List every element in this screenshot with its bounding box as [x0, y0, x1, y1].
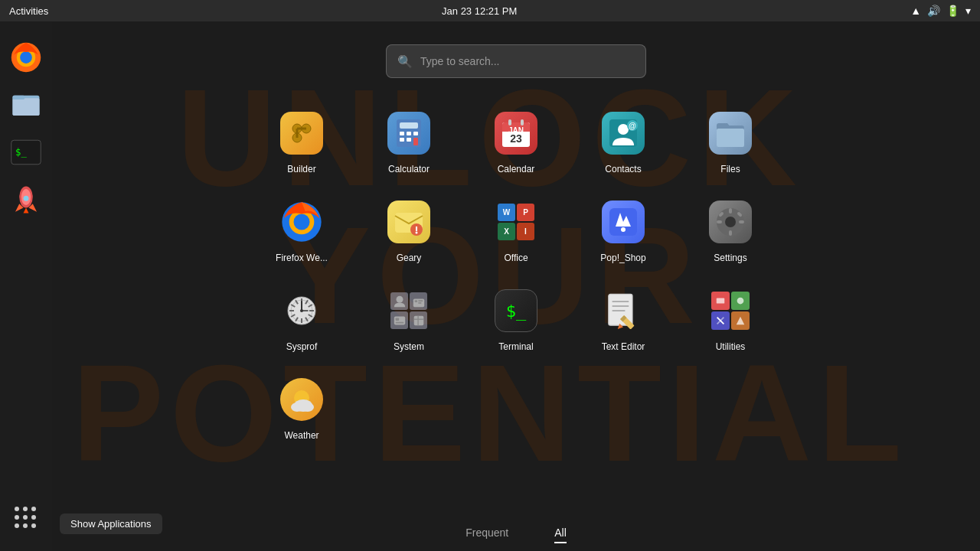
dropdown-icon[interactable]: ▾ — [965, 5, 971, 17]
svg-rect-32 — [508, 119, 511, 126]
app-item-weather[interactable]: Weather — [256, 367, 348, 448]
activities-button[interactable]: Activities — [9, 5, 48, 17]
calculator-icon — [387, 112, 430, 155]
terminal-label: Terminal — [498, 341, 533, 352]
search-container: 🔍 Type to search... — [386, 44, 646, 78]
calendar-label: Calendar — [498, 164, 535, 174]
svg-rect-4 — [13, 98, 40, 116]
show-applications-button[interactable] — [5, 497, 47, 539]
sysprof-icon-wrapper — [277, 286, 326, 335]
contacts-icon: @ — [602, 112, 645, 155]
svg-point-2 — [20, 51, 32, 64]
office-icon-wrapper: W P X I — [492, 197, 541, 246]
svg-point-43 — [294, 214, 310, 230]
app-item-texteditor[interactable]: Text Editor — [577, 279, 669, 360]
app-item-system[interactable]: System — [363, 279, 455, 360]
builder-icon — [280, 112, 323, 155]
sysprof-label: Sysprof — [286, 341, 318, 352]
weather-icon-wrapper — [277, 375, 326, 424]
settings-label: Settings — [714, 253, 746, 263]
weather-label: Weather — [284, 430, 318, 441]
office-icon: W P X I — [495, 201, 537, 243]
svg-point-101 — [291, 403, 303, 412]
calendar-icon: JAN 23 — [495, 112, 537, 155]
app-item-sysprof[interactable]: Sysprof — [256, 279, 348, 360]
topbar-datetime: Jan 23 12:21 PM — [442, 5, 517, 17]
geary-label: Geary — [397, 253, 422, 263]
search-bar[interactable]: 🔍 Type to search... — [386, 44, 646, 78]
bottom-tabs: Frequent All — [52, 527, 980, 543]
app-item-settings[interactable]: Settings — [684, 190, 776, 271]
svg-rect-25 — [400, 138, 404, 142]
dots-grid-icon — [15, 507, 38, 530]
utilities-icon-wrapper — [706, 286, 755, 335]
contacts-icon-wrapper: @ — [599, 109, 648, 158]
main-content: 🔍 Type to search... Builder — [52, 21, 980, 551]
svg-rect-5 — [13, 96, 25, 99]
svg-rect-94 — [717, 298, 725, 304]
tab-all[interactable]: All — [554, 527, 567, 543]
texteditor-icon-wrapper — [599, 286, 648, 335]
sidebar-item-files[interactable] — [5, 84, 47, 126]
svg-point-36 — [618, 124, 629, 135]
svg-rect-52 — [729, 208, 732, 214]
popshop-label: Pop!_Shop — [600, 253, 645, 263]
app-item-office[interactable]: W P X I Office — [470, 190, 562, 271]
office-label: Office — [504, 253, 528, 263]
app-item-calendar[interactable]: JAN 23 Calendar — [470, 101, 562, 182]
app-item-files[interactable]: Files — [684, 101, 776, 182]
texteditor-label: Text Editor — [602, 341, 645, 352]
svg-rect-24 — [413, 132, 418, 135]
geary-icon-wrapper — [384, 197, 433, 246]
svg-text:23: 23 — [510, 132, 522, 145]
topbar: Activities Jan 23 12:21 PM ▲ 🔊 🔋 ▾ — [0, 0, 980, 21]
svg-rect-53 — [729, 230, 732, 236]
svg-rect-33 — [521, 119, 524, 126]
app-item-calculator[interactable]: Calculator — [363, 101, 455, 182]
files-icon — [709, 112, 752, 155]
svg-point-95 — [737, 298, 744, 305]
svg-rect-83 — [413, 315, 423, 325]
svg-point-13 — [24, 196, 29, 201]
sidebar-item-terminal[interactable]: $_ — [5, 132, 47, 173]
calculator-label: Calculator — [388, 164, 430, 174]
svg-rect-40 — [717, 129, 744, 147]
search-input[interactable]: Type to search... — [420, 55, 635, 67]
app-item-geary[interactable]: Geary — [363, 190, 455, 271]
terminal-icon-wrapper: $_ — [492, 286, 541, 335]
svg-rect-22 — [400, 132, 404, 135]
svg-rect-79 — [418, 302, 422, 303]
svg-rect-26 — [407, 138, 411, 142]
svg-rect-78 — [418, 300, 423, 302]
calendar-icon-wrapper: JAN 23 — [492, 109, 541, 158]
sidebar-item-rocket[interactable] — [5, 179, 47, 220]
firefox-label: Firefox We... — [276, 253, 328, 263]
terminal-icon: $_ — [495, 289, 537, 332]
weather-icon — [280, 378, 323, 421]
popshop-icon — [602, 201, 645, 243]
sidebar-item-firefox[interactable] — [5, 37, 47, 78]
app-item-contacts[interactable]: @ Contacts — [577, 101, 669, 182]
builder-label: Builder — [287, 164, 315, 174]
app-item-firefox[interactable]: Firefox We... — [256, 190, 348, 271]
svg-point-102 — [302, 403, 314, 412]
app-item-popshop[interactable]: Pop!_Shop — [577, 190, 669, 271]
tab-frequent[interactable]: Frequent — [466, 527, 508, 543]
svg-marker-14 — [24, 208, 29, 214]
texteditor-icon — [602, 289, 645, 332]
svg-rect-80 — [394, 316, 404, 324]
app-item-builder[interactable]: Builder — [256, 101, 348, 182]
app-item-utilities[interactable]: Utilities — [684, 279, 776, 360]
sysprof-icon — [280, 289, 323, 332]
svg-point-49 — [621, 227, 626, 232]
app-grid: Builder Calculator — [256, 101, 776, 448]
app-item-terminal[interactable]: $_ Terminal — [470, 279, 562, 360]
system-label: System — [394, 341, 424, 352]
files-icon-wrapper — [706, 109, 755, 158]
system-icon-wrapper — [384, 286, 433, 335]
svg-marker-98 — [737, 317, 745, 325]
utilities-icon — [709, 289, 752, 332]
svg-rect-23 — [407, 132, 411, 135]
settings-icon — [709, 201, 752, 243]
geary-icon — [387, 201, 430, 243]
